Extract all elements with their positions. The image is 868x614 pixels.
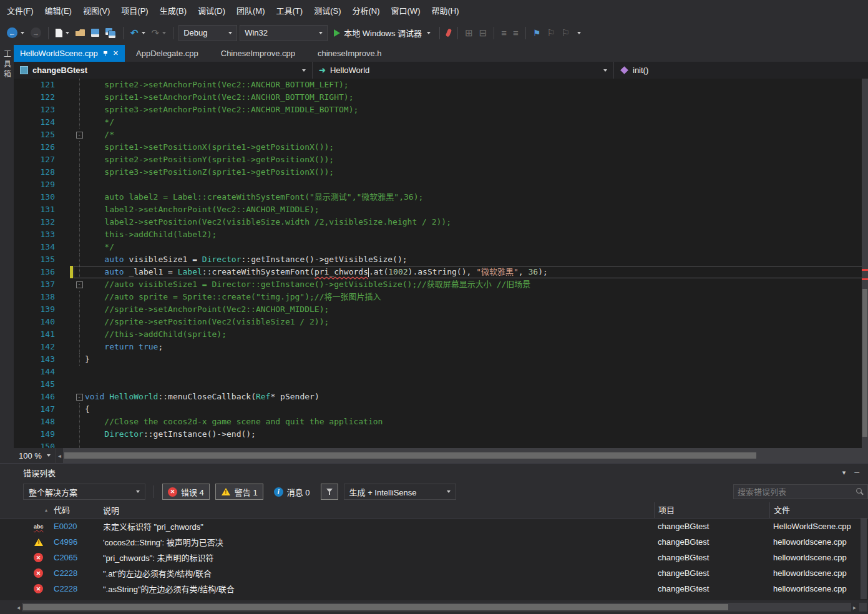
error-list-vertical-scrollbar[interactable] — [861, 519, 867, 599]
bookmark-button[interactable]: ⚑ — [531, 25, 543, 41]
bookmark-next-button[interactable]: ⚐ — [560, 25, 572, 41]
code-line[interactable]: 145 — [14, 378, 868, 391]
menu-item[interactable]: 窗口(W) — [386, 1, 426, 19]
start-debugger-button[interactable]: 本地 Windows 调试器 — [330, 25, 434, 41]
code-line[interactable]: 150 — [14, 441, 868, 448]
zoom-dropdown[interactable]: 100 % — [14, 448, 56, 463]
editor-tab[interactable]: HelloWorldScene.cpp✕ — [14, 45, 125, 62]
code-line[interactable]: 129 — [14, 178, 868, 191]
open-file-button[interactable] — [74, 25, 87, 41]
pin-icon[interactable] — [104, 51, 107, 56]
error-list-horizontal-scrollbar[interactable]: ◂ ▸ — [15, 603, 858, 612]
menu-item[interactable]: 生成(B) — [154, 1, 192, 19]
code-line[interactable]: 138 //auto sprite = Sprite::create("timg… — [14, 291, 868, 303]
header-description[interactable]: 说明 — [103, 504, 654, 516]
code-line[interactable]: 131 label2->setAnchorPoint(Vec2::ANCHOR_… — [14, 203, 868, 216]
code-line[interactable]: 135 auto visibleSize1 = Director::getIns… — [14, 253, 868, 266]
code-line[interactable]: 146-void HelloWorld::menuCloseCallback(R… — [14, 391, 868, 403]
member-dropdown[interactable]: init() — [614, 62, 868, 79]
error-code-link[interactable]: C2065 — [50, 553, 103, 562]
code-line[interactable]: 127 sprite2->setPositionY(sprite1->getPo… — [14, 154, 868, 166]
save-button[interactable] — [89, 25, 101, 41]
header-file[interactable]: 文件 — [769, 502, 868, 518]
window-pin-icon[interactable]: ─ — [854, 469, 859, 477]
clear-filters-button[interactable] — [321, 484, 338, 500]
scroll-left-arrow[interactable]: ◂ — [15, 604, 22, 611]
code-line[interactable]: 124 */ — [14, 116, 868, 129]
scrollbar-thumb[interactable] — [862, 289, 867, 437]
code-line[interactable]: 123 sprite3->setAnchorPoint(Vec2::ANCHOR… — [14, 104, 868, 116]
code-analysis-button[interactable]: ⊟ — [477, 25, 489, 41]
error-code-link[interactable]: E0020 — [50, 522, 103, 531]
platform-dropdown[interactable]: Win32 — [240, 25, 328, 41]
redo-button[interactable]: ↷ — [150, 25, 168, 41]
code-line[interactable]: 132 label2->setPosition(Vec2(visibleSize… — [14, 216, 868, 228]
menu-item[interactable]: 编辑(E) — [39, 1, 77, 19]
scrollbar-thumb[interactable] — [64, 452, 756, 459]
header-code[interactable]: 代码 — [50, 502, 103, 518]
menu-item[interactable]: 帮助(H) — [426, 1, 464, 19]
editor-tab[interactable]: chineseImprove.h — [306, 45, 393, 62]
bookmark-prev-button[interactable]: ⚐ — [545, 25, 557, 41]
fold-toggle[interactable]: - — [76, 281, 83, 288]
error-search-input[interactable] — [734, 487, 856, 497]
code-line[interactable]: 128 sprite3->setPositionZ(sprite1->getPo… — [14, 166, 868, 178]
code-line[interactable]: 149 Director::getInstance()->end(); — [14, 428, 868, 441]
code-line[interactable]: 136 auto _label1 = Label::createWithSyst… — [14, 266, 868, 278]
code-line[interactable]: 139 //sprite->setAnchorPoint(Vec2::ANCHO… — [14, 303, 868, 316]
menu-item[interactable]: 测试(S) — [308, 1, 346, 19]
error-row[interactable]: ✕C2065"pri_chwords": 未声明的标识符changeBGtest… — [0, 550, 868, 565]
editor-vertical-scrollbar[interactable] — [862, 79, 868, 448]
navigate-forward-button[interactable]: → — [29, 25, 43, 41]
header-project[interactable]: 项目 — [654, 502, 769, 518]
navigate-back-button[interactable]: ← — [5, 25, 26, 41]
editor-horizontal-scrollbar[interactable] — [63, 448, 868, 463]
editor-tab[interactable]: ChineseImprove.cpp — [210, 45, 306, 62]
menu-item[interactable]: 分析(N) — [346, 1, 385, 19]
undo-button[interactable]: ↶ — [129, 25, 147, 41]
code-line[interactable]: 121 sprite2->setAnchorPoint(Vec2::ANCHOR… — [14, 79, 868, 91]
line-ops-1-button[interactable]: ≡ — [499, 25, 509, 41]
code-line[interactable]: 148 //Close the cocos2d-x game scene and… — [14, 416, 868, 428]
code-line[interactable]: 141 //this->addChild(sprite); — [14, 328, 868, 341]
code-line[interactable]: 144 — [14, 366, 868, 378]
errors-filter-button[interactable]: ✕ 错误 4 — [162, 484, 210, 500]
toolbar-overflow-button[interactable] — [574, 25, 583, 41]
error-code-link[interactable]: C2228 — [50, 568, 103, 578]
window-menu-icon[interactable]: ▾ — [842, 469, 846, 477]
error-row[interactable]: !C4996'cocos2d::String': 被声明为已否决changeBG… — [0, 534, 868, 550]
code-line[interactable]: 143} — [14, 353, 868, 366]
error-row[interactable]: ✕C2228".at"的左边必须有类/结构/联合changeBGtesthell… — [0, 565, 868, 581]
fold-toggle[interactable]: - — [76, 132, 83, 139]
line-ops-2-button[interactable]: ≡ — [511, 25, 520, 41]
toolbox-side-tab[interactable]: 工具箱 — [0, 45, 14, 463]
error-code-link[interactable]: C2228 — [50, 584, 103, 593]
code-line[interactable]: 133 this->addChild(label2); — [14, 228, 868, 241]
warnings-filter-button[interactable]: ! 警告 1 — [215, 484, 263, 500]
type-dropdown[interactable]: ➜ HelloWorld — [313, 62, 614, 79]
menu-item[interactable]: 团队(M) — [231, 1, 271, 19]
scope-dropdown[interactable]: 整个解决方案 — [23, 484, 145, 500]
attach-process-button[interactable]: ⊞ — [463, 25, 475, 41]
code-line[interactable]: 137- //auto visibleSize1 = Director::get… — [14, 278, 868, 291]
code-editor[interactable]: 121 sprite2->setAnchorPoint(Vec2::ANCHOR… — [14, 79, 868, 448]
debug-config-dropdown[interactable]: Debug — [178, 25, 237, 41]
header-severity[interactable]: ▴ — [25, 507, 50, 513]
menu-item[interactable]: 项目(P) — [115, 1, 154, 19]
save-all-button[interactable] — [104, 25, 118, 41]
new-file-button[interactable] — [54, 25, 71, 41]
menu-item[interactable]: 调试(D) — [192, 1, 231, 19]
menu-item[interactable]: 文件(F) — [1, 1, 39, 19]
code-line[interactable]: 142 return true; — [14, 341, 868, 353]
code-line[interactable]: 140 //sprite->setPosition(Vec2(visibleSi… — [14, 316, 868, 328]
fold-toggle[interactable]: - — [76, 394, 83, 401]
code-line[interactable]: 130 auto label2 = Label::createWithSyste… — [14, 191, 868, 203]
code-line[interactable]: 122 sprite1->setAnchorPoint(Vec2::ANCHOR… — [14, 91, 868, 104]
error-row[interactable]: abcE0020未定义标识符 "pri_chwords"changeBGtest… — [0, 519, 868, 534]
code-line[interactable]: 126 sprite1->setPositionX(sprite1->getPo… — [14, 141, 868, 154]
source-filter-dropdown[interactable]: 生成 + IntelliSense — [344, 484, 456, 500]
menu-item[interactable]: 视图(V) — [77, 1, 115, 19]
error-row[interactable]: ✕C2228".asString"的左边必须有类/结构/联合changeBGte… — [0, 581, 868, 597]
scroll-left-arrow[interactable]: ◂ — [56, 452, 63, 459]
scrollbar-thumb[interactable] — [23, 604, 728, 610]
